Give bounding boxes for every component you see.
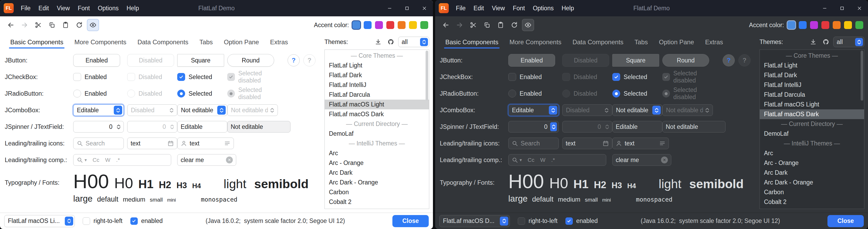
theme-item-flatlaf-macos-light[interactable]: FlatLaf macOS Light (760, 99, 864, 109)
theme-item-flatlaf-light[interactable]: FlatLaf Light (760, 61, 864, 70)
whole-words-button[interactable]: W (105, 157, 110, 163)
copy-button[interactable] (481, 19, 493, 31)
accent-swatch-yellow[interactable] (409, 21, 417, 29)
github-button[interactable] (820, 37, 831, 47)
paste-button[interactable] (495, 19, 507, 31)
theme-item-arc-dark[interactable]: Arc Dark (760, 168, 864, 178)
menu-font[interactable]: Font (74, 0, 94, 16)
whole-words-button[interactable]: W (540, 157, 546, 163)
paste-button[interactable] (60, 19, 72, 31)
theme-item-flatlaf-intellij[interactable]: FlatLaf IntelliJ (325, 80, 429, 90)
theme-item-cyan-light[interactable]: Cyan light (325, 207, 429, 209)
tab-basic-components[interactable]: Basic Components (440, 35, 504, 50)
menu-options[interactable]: Options (529, 0, 558, 16)
cut-button[interactable] (32, 19, 44, 31)
tab-extras[interactable]: Extras (265, 35, 293, 50)
tab-more-components[interactable]: More Components (69, 35, 132, 50)
square-button[interactable]: Square (612, 54, 659, 67)
round-button[interactable]: Round (662, 54, 709, 67)
theme-item-flatlaf-macos-dark[interactable]: FlatLaf macOS Dark (325, 109, 429, 119)
accent-swatch-orange[interactable] (833, 21, 841, 29)
clear-icon[interactable]: ✕ (661, 156, 668, 163)
tab-tabs[interactable]: Tabs (194, 35, 218, 50)
combobox-arrow-icon[interactable] (420, 38, 428, 46)
refresh-button[interactable] (508, 19, 520, 31)
theme-item-flatlaf-dark[interactable]: FlatLaf Dark (760, 70, 864, 80)
not-editable-combobox[interactable]: Not editable (177, 104, 227, 116)
theme-item-flatlaf-macos-light[interactable]: FlatLaf macOS Light (325, 99, 429, 109)
copy-button[interactable] (46, 19, 58, 31)
menu-help[interactable]: Help (122, 0, 143, 16)
calendar-icon[interactable] (167, 140, 174, 146)
tab-basic-components[interactable]: Basic Components (5, 35, 69, 50)
theme-item-flatlaf-macos-dark[interactable]: FlatLaf macOS Dark (760, 109, 864, 119)
theme-item-carbon[interactable]: Carbon (325, 188, 429, 197)
show-components-toggle[interactable] (522, 19, 534, 31)
combobox-arrow-icon[interactable] (114, 106, 122, 115)
tab-data-components[interactable]: Data Components (567, 35, 629, 50)
accent-swatch-orange[interactable] (398, 21, 406, 29)
theme-item-arc-dark-orange[interactable]: Arc Dark - Orange (760, 178, 864, 188)
calendar-icon[interactable] (602, 140, 609, 146)
radio-selected[interactable]: Selected (177, 90, 212, 97)
editable-textfield[interactable]: Editable (612, 121, 662, 133)
refresh-button[interactable] (73, 19, 85, 31)
github-button[interactable] (385, 37, 396, 47)
editable-combobox[interactable]: Editable (508, 104, 559, 116)
theme-item-cobalt-2[interactable]: Cobalt 2 (325, 197, 429, 207)
theme-item-demolaf[interactable]: DemoLaf (325, 129, 429, 139)
menu-icon[interactable] (659, 140, 665, 146)
themes-filter-combo[interactable]: all (398, 37, 429, 47)
clear-icon[interactable]: ✕ (226, 156, 233, 163)
combobox-arrow-icon[interactable] (549, 106, 557, 115)
tab-tabs[interactable]: Tabs (629, 35, 653, 50)
enabled-button[interactable]: Enabled (508, 54, 555, 67)
menu-help[interactable]: Help (558, 0, 578, 16)
menu-view[interactable]: View (53, 0, 74, 16)
caret-down-icon[interactable]: ▾ (520, 157, 522, 163)
tab-data-components[interactable]: Data Components (132, 35, 194, 50)
search-options-field[interactable]: ▾CcW.* (508, 154, 606, 166)
tab-option-pane[interactable]: Option Pane (218, 35, 265, 50)
match-case-button[interactable]: Cc (93, 157, 99, 163)
close-window-button[interactable] (415, 0, 433, 16)
menu-file[interactable]: File (452, 0, 470, 16)
theme-item-cyan-light[interactable]: Cyan light (760, 207, 864, 209)
user-field[interactable]: text (177, 138, 234, 149)
combobox-arrow-icon[interactable] (855, 38, 863, 46)
search-field[interactable]: Search (73, 138, 124, 149)
clearable-field[interactable]: clear me✕ (177, 154, 236, 166)
theme-item-flatlaf-darcula[interactable]: FlatLaf Darcula (325, 90, 429, 99)
accent-swatch-red[interactable] (386, 21, 394, 29)
menu-options[interactable]: Options (94, 0, 122, 16)
theme-item-demolaf[interactable]: DemoLaf (760, 129, 864, 139)
help-button[interactable]: ? (287, 54, 300, 66)
radio-enabled[interactable]: Enabled (508, 90, 542, 97)
theme-item-flatlaf-darcula[interactable]: FlatLaf Darcula (760, 90, 864, 99)
theme-item-arc-orange[interactable]: Arc - Orange (325, 158, 429, 168)
accent-swatch-blue[interactable] (364, 21, 372, 29)
theme-item-arc[interactable]: Arc (325, 148, 429, 158)
spinner[interactable]: 0 (508, 121, 559, 133)
checkbox-selected[interactable]: Selected (612, 73, 647, 81)
close-button[interactable]: Close (393, 215, 429, 227)
rtl-checkbox[interactable]: right-to-left (518, 218, 558, 225)
menu-font[interactable]: Font (509, 0, 529, 16)
checkbox-selected[interactable]: Selected (177, 73, 212, 81)
search-options-field[interactable]: ▾CcW.* (73, 154, 171, 166)
menu-edit[interactable]: Edit (470, 0, 488, 16)
accent-swatch-purple[interactable] (375, 21, 383, 29)
tab-more-components[interactable]: More Components (504, 35, 567, 50)
back-button[interactable] (440, 19, 452, 31)
menu-view[interactable]: View (488, 0, 509, 16)
scrollbar-thumb[interactable] (426, 51, 428, 101)
help-button[interactable]: ? (723, 54, 735, 66)
date-field[interactable]: text (562, 138, 612, 149)
show-components-toggle[interactable] (87, 19, 99, 31)
theme-item-cobalt-2[interactable]: Cobalt 2 (760, 197, 864, 207)
close-window-button[interactable] (850, 0, 868, 16)
minimize-button[interactable] (381, 0, 398, 16)
date-field[interactable]: text (127, 138, 177, 149)
theme-item-arc-dark-orange[interactable]: Arc Dark - Orange (325, 178, 429, 188)
maximize-button[interactable] (833, 0, 850, 16)
